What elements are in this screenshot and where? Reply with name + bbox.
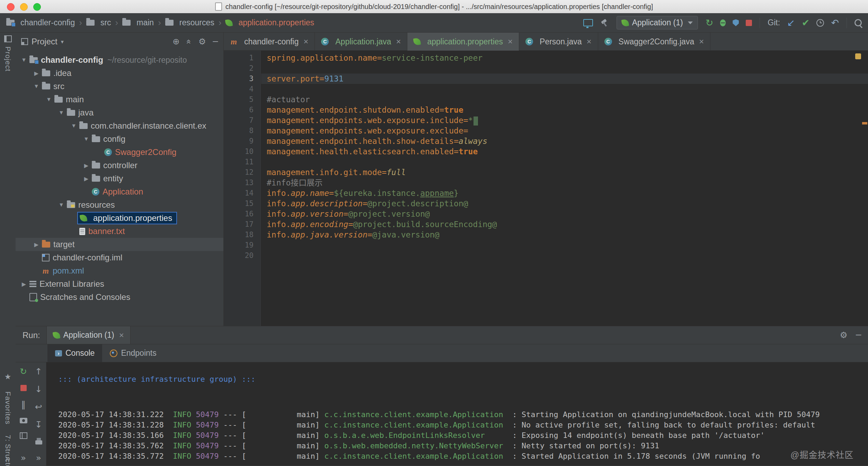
tree-item[interactable]: ▶controller [16, 159, 223, 172]
console-log-line[interactable]: 2020-05-17 14:38:35.166 INFO 50479 --- [… [58, 430, 868, 441]
console-log-line[interactable]: 2020-05-17 14:38:31.228 INFO 50479 --- [… [58, 420, 868, 430]
code-line[interactable]: info.app.description=@project.descriptio… [261, 198, 868, 209]
code-line[interactable]: info.app.version=@project.version@ [261, 209, 868, 219]
breadcrumb-item[interactable]: chandler-config [6, 18, 75, 27]
print-icon[interactable] [35, 440, 42, 445]
tree-item[interactable]: ▼com.chandler.instance.client.ex [16, 119, 223, 132]
tree-item[interactable]: ▶target [16, 238, 223, 251]
git-update-icon[interactable]: ↙ [787, 18, 795, 27]
warning-stripe-marker[interactable] [862, 122, 867, 124]
code-line[interactable] [261, 84, 868, 94]
tree-item[interactable]: application.properties [16, 212, 223, 225]
editor-gutter[interactable]: 1234567891011121314151617181920 [224, 51, 261, 326]
project-panel-title[interactable]: Project [32, 37, 57, 46]
breadcrumb-item[interactable]: main [122, 18, 154, 27]
chevron-down-icon[interactable]: ▾ [61, 38, 64, 45]
line-number[interactable]: 15 [224, 198, 260, 209]
build-hammer-icon[interactable] [600, 18, 609, 27]
search-icon[interactable] [854, 19, 862, 26]
code-line[interactable]: #info接口展示 [261, 178, 868, 188]
tree-item[interactable]: Swagger2Config [16, 146, 223, 159]
tree-item[interactable]: ▼config [16, 132, 223, 146]
down-icon[interactable]: ↓ [35, 385, 42, 394]
breadcrumb-item[interactable]: src [86, 18, 111, 27]
editor-tab-application-java[interactable]: Application.java× [315, 33, 407, 51]
editor-tab-person-java[interactable]: Person.java× [519, 33, 598, 51]
more-icon[interactable]: » [36, 454, 41, 462]
code-line[interactable]: server.port=9131 [261, 74, 868, 84]
tree-item[interactable]: banner.txt [16, 225, 223, 238]
code-line[interactable]: management.endpoints.web.exposure.exclud… [261, 126, 868, 136]
git-commit-icon[interactable]: ✔ [802, 18, 810, 27]
tree-item[interactable]: ▼chandler-config~/resource/git-reposito [16, 53, 223, 67]
chevron-down-icon[interactable]: ▼ [68, 123, 79, 129]
thread-dump-icon[interactable] [20, 418, 27, 423]
pause-output-icon[interactable]: ‖ [21, 400, 26, 409]
code-line[interactable]: info.app.java.version=@java.version@ [261, 230, 868, 240]
editor-tab-application-properties[interactable]: application.properties× [407, 33, 519, 51]
run-configuration-tab[interactable]: Application (1) × [46, 326, 131, 344]
tree-item[interactable]: ▼src [16, 80, 223, 93]
line-number[interactable]: 11 [224, 157, 260, 167]
code-line[interactable]: management.endpoints.web.exposure.includ… [261, 115, 868, 126]
editor[interactable]: 1234567891011121314151617181920 spring.a… [224, 51, 868, 326]
console-log-line[interactable]: 2020-05-17 14:38:35.762 INFO 50479 --- [… [58, 441, 868, 451]
hide-panel-icon[interactable]: ─ [213, 37, 218, 46]
line-number[interactable]: 8 [224, 126, 260, 136]
code-line[interactable]: management.info.git.mode=full [261, 167, 868, 178]
project-tool-button[interactable]: Project [0, 35, 16, 71]
editor-tab-chandler-config[interactable]: chandler-config× [224, 33, 315, 51]
line-number[interactable]: 14 [224, 188, 260, 198]
editor-code-area[interactable]: spring.application.name=service-instance… [261, 51, 868, 261]
tree-item[interactable]: Scratches and Consoles [16, 291, 223, 304]
editor-tab-swagger2config-java[interactable]: Swagger2Config.java× [598, 33, 711, 51]
line-number[interactable]: 17 [224, 219, 260, 230]
breadcrumb-item[interactable]: application.properties [225, 18, 314, 27]
line-number[interactable]: 3 [224, 74, 260, 84]
chevron-down-icon[interactable]: ▼ [43, 96, 54, 103]
line-number[interactable]: 19 [224, 240, 260, 250]
close-icon[interactable]: × [587, 37, 592, 46]
line-number[interactable]: 18 [224, 230, 260, 240]
soft-wrap-icon[interactable]: ↩ [35, 403, 42, 411]
code-line[interactable]: #actuator [261, 94, 868, 105]
coverage-icon[interactable] [733, 19, 739, 26]
line-number[interactable]: 9 [224, 136, 260, 146]
code-line[interactable] [261, 63, 868, 74]
line-number[interactable]: 1 [224, 53, 260, 63]
code-line[interactable]: info.app.name=${eureka.instance.appname} [261, 188, 868, 198]
favorites-star-icon[interactable]: ★ [5, 372, 11, 381]
code-line[interactable]: info.app.encoding=@project.build.sourceE… [261, 219, 868, 230]
line-number[interactable]: 7 [224, 115, 260, 126]
line-number[interactable]: 2 [224, 63, 260, 74]
chevron-right-icon[interactable]: ▶ [31, 241, 42, 248]
chevron-down-icon[interactable]: ▼ [31, 83, 42, 89]
chevron-right-icon[interactable]: ▶ [18, 281, 29, 287]
console-log-line[interactable]: 2020-05-17 14:38:31.222 INFO 50479 --- [… [58, 409, 868, 420]
close-icon[interactable]: × [303, 37, 308, 46]
gear-icon[interactable]: ⚙ [198, 37, 206, 46]
code-line[interactable] [261, 250, 868, 261]
git-history-icon[interactable] [816, 19, 824, 27]
run-view-tab-endpoints[interactable]: Endpoints [102, 344, 164, 362]
tree-item[interactable]: ▶entity [16, 172, 223, 185]
minimize-window-button[interactable] [20, 3, 28, 11]
chevron-right-icon[interactable]: ▶ [81, 175, 92, 182]
tree-item[interactable]: pom.xml [16, 264, 223, 277]
more-tool-windows-icon[interactable]: » [0, 453, 16, 464]
git-rollback-icon[interactable]: ↶ [831, 18, 839, 27]
debug-icon[interactable] [720, 19, 726, 26]
collapse-all-icon[interactable]: « [184, 39, 194, 44]
stop-icon[interactable] [746, 20, 752, 26]
zoom-window-button[interactable] [33, 3, 41, 11]
stop-icon[interactable] [20, 385, 27, 391]
line-number[interactable]: 6 [224, 105, 260, 115]
locate-file-icon[interactable]: ⊕ [172, 37, 179, 46]
chevron-down-icon[interactable]: ▼ [56, 110, 67, 116]
breadcrumb-item[interactable]: resources [165, 18, 214, 27]
code-line[interactable] [261, 240, 868, 250]
console-log-line[interactable]: 2020-05-17 14:38:35.772 INFO 50479 --- [… [58, 451, 868, 461]
line-number[interactable]: 13 [224, 178, 260, 188]
gear-icon[interactable]: ⚙ [840, 331, 848, 339]
tree-item[interactable]: ▶External Libraries [16, 277, 223, 291]
